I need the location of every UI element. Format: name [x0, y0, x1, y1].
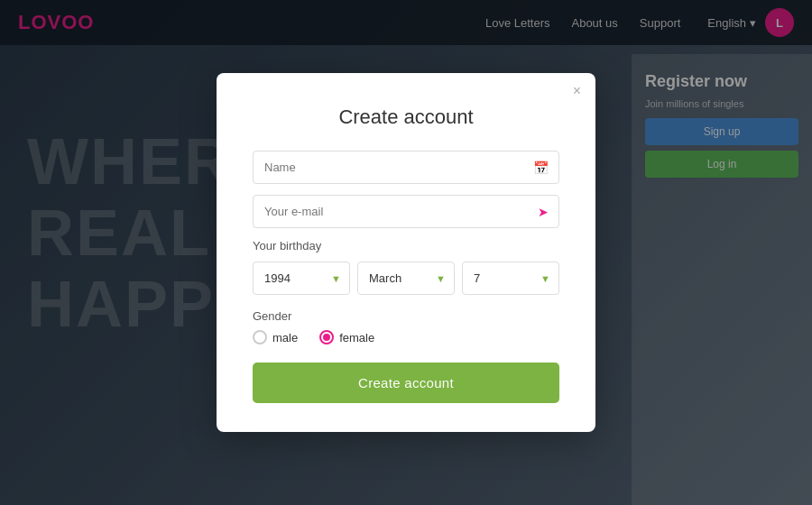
- month-select[interactable]: January February March April May June Ju…: [357, 262, 455, 295]
- calendar-icon: 📅: [533, 161, 549, 175]
- year-select[interactable]: 1990 1991 1992 1993 1994 1995 1996: [253, 262, 350, 295]
- email-input[interactable]: [253, 195, 559, 228]
- month-select-wrapper: January February March April May June Ju…: [357, 262, 455, 295]
- year-select-wrapper: 1990 1991 1992 1993 1994 1995 1996 ▼: [253, 262, 350, 295]
- gender-options: male female: [253, 330, 559, 344]
- create-account-button[interactable]: Create account: [253, 363, 559, 403]
- birthday-label: Your birthday: [253, 239, 559, 252]
- birthday-row: 1990 1991 1992 1993 1994 1995 1996 ▼ Jan…: [253, 262, 559, 295]
- gender-female-label: female: [339, 331, 374, 344]
- female-radio-dot: [323, 334, 330, 341]
- female-radio[interactable]: [319, 330, 334, 344]
- gender-female-option[interactable]: female: [319, 330, 374, 344]
- create-account-modal: × Create account 📅 ➤ Your birthday 1990 …: [217, 73, 595, 432]
- close-button[interactable]: ×: [573, 84, 581, 98]
- modal-title: Create account: [253, 106, 559, 129]
- day-select-wrapper: 1 2 3 4 5 6 7 8 9 10 ▼: [462, 262, 559, 295]
- gender-section: Gender male female: [253, 309, 559, 344]
- gender-male-option[interactable]: male: [253, 330, 298, 344]
- gender-male-label: male: [272, 331, 298, 344]
- email-field-wrapper: ➤: [253, 195, 559, 228]
- name-input[interactable]: [253, 151, 559, 184]
- send-icon: ➤: [538, 205, 549, 219]
- male-radio[interactable]: [253, 330, 267, 344]
- gender-label: Gender: [253, 309, 559, 323]
- day-select[interactable]: 1 2 3 4 5 6 7 8 9 10: [462, 262, 559, 295]
- name-field-wrapper: 📅: [253, 151, 559, 184]
